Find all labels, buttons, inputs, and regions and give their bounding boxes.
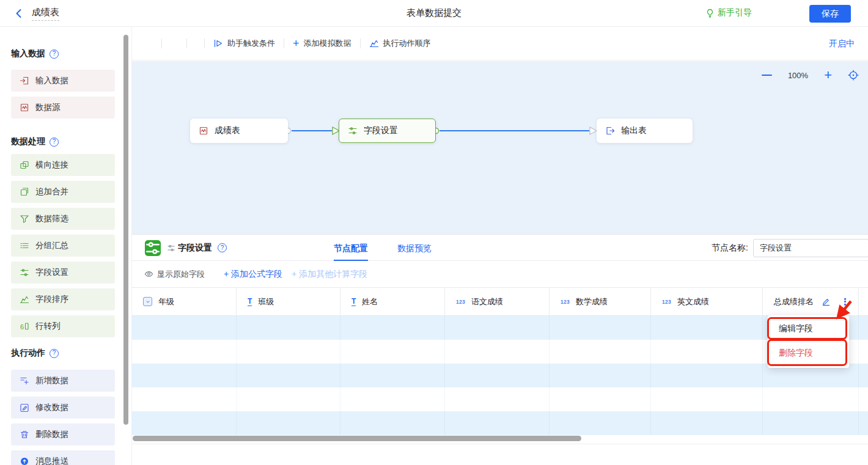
zoom-out-icon[interactable] [762,75,772,76]
node-name-input[interactable] [753,239,868,257]
table-cell[interactable] [859,387,868,411]
sidebar-scrollbar[interactable] [123,35,128,425]
column-header[interactable]: 123语文成绩 [445,288,550,315]
beginner-guide-button[interactable]: 新手引导 [705,7,752,18]
sidebar-item-data-source[interactable]: 数据源 [11,97,115,119]
sidebar-item-data-filter[interactable]: 数据筛选 [11,208,115,230]
flow-toolbar: 助手触发条件 + 添加模拟数据 执行动作顺序 开启中 [132,27,868,60]
add-data-icon [20,376,29,386]
table-cell[interactable] [651,387,763,411]
table-cell[interactable] [859,411,868,435]
assistant-trigger-button[interactable]: 助手触发条件 [213,38,275,49]
target-icon[interactable] [848,70,859,81]
table-cell[interactable] [445,387,550,411]
column-header[interactable]: T班级 [237,288,340,315]
node-field-settings[interactable]: 字段设置 [339,119,436,143]
column-header[interactable]: 123 [859,288,868,315]
add-formula-field-button[interactable]: + 添加公式字段 [224,269,282,280]
sidebar-item-delete-data[interactable]: 删除数据 [11,423,115,445]
table-cell[interactable] [132,387,237,411]
table-cell[interactable] [651,316,763,340]
column-label: 语文成绩 [471,296,503,307]
sidebar-item-add-data[interactable]: 新增数据 [11,370,115,392]
column-menu-icon[interactable]: ⋮ [840,297,850,306]
save-button[interactable]: 保存 [809,5,851,23]
table-cell[interactable] [550,316,651,340]
sidebar-item-group-summary[interactable]: 分组汇总 [11,235,115,257]
table-cell[interactable] [132,411,237,435]
table-cell[interactable] [340,340,445,364]
play-bar-icon [213,38,223,48]
column-header[interactable]: 123数学成绩 [550,288,651,315]
panel-bottom-border [131,444,868,444]
add-other-calc-field-button[interactable]: + 添加其他计算字段 [292,269,367,280]
action-order-button[interactable]: 执行动作顺序 [369,38,431,49]
sidebar-item-horizontal-join[interactable]: 横向连接 [11,154,115,176]
table-cell[interactable] [550,411,651,435]
tab-node-config[interactable]: 节点配置 [334,235,368,262]
sidebar-item-message-push[interactable]: 消息推送 [11,450,115,465]
table-cell[interactable] [651,364,763,387]
help-icon[interactable]: ? [50,137,59,147]
table-cell[interactable] [445,340,550,364]
table-cell[interactable] [550,364,651,387]
sidebar-item-append-merge[interactable]: 追加合并 [11,181,115,203]
group-summary-icon [20,241,29,251]
table-row [132,340,868,364]
column-label: 年级 [158,296,174,307]
table-cell[interactable] [237,411,340,435]
menu-item-delete-field[interactable]: 删除字段 [768,340,849,366]
flow-canvas[interactable]: 100% + 成绩表 字段设置 输出表 [132,61,868,234]
table-cell[interactable] [237,316,340,340]
table-cell[interactable] [859,340,868,364]
table-cell[interactable] [445,411,550,435]
column-header[interactable]: 年级 [132,288,237,315]
table-cell[interactable] [550,340,651,364]
edit-column-icon[interactable] [822,297,831,306]
help-icon[interactable]: ? [50,49,59,59]
column-header[interactable]: T姓名 [340,288,445,315]
sidebar-item-row-to-column[interactable]: 6 行转列 [11,315,115,337]
divider [284,38,284,48]
table-cell[interactable] [763,411,859,435]
table-cell[interactable] [132,316,237,340]
zoom-in-icon[interactable]: + [824,70,832,81]
top-bar: 成绩表 表单数据提交 新手引导 保存 [0,0,868,27]
table-cell[interactable] [445,364,550,387]
node-grade-table[interactable]: 成绩表 [190,119,288,143]
table-cell[interactable] [340,387,445,411]
table-cell[interactable] [237,340,340,364]
table-cell[interactable] [340,364,445,387]
horizontal-scrollbar[interactable] [133,436,581,441]
sidebar-item-input-data[interactable]: 输入数据 [11,70,115,92]
table-cell[interactable] [340,411,445,435]
table-cell[interactable] [550,387,651,411]
table-cell[interactable] [237,364,340,387]
table-cell[interactable] [859,316,868,340]
back-icon[interactable] [13,8,24,19]
menu-item-edit-field[interactable]: 编辑字段 [768,317,849,340]
add-mock-data-button[interactable]: + 添加模拟数据 [293,38,351,49]
table-cell[interactable] [237,387,340,411]
help-icon[interactable]: ? [50,349,59,358]
table-cell[interactable] [651,411,763,435]
help-icon[interactable]: ? [218,243,227,252]
sidebar-item-field-settings[interactable]: 字段设置 [11,262,115,284]
table-cell[interactable] [763,387,859,411]
table-cell[interactable] [859,364,868,387]
node-output-table[interactable]: 输出表 [597,119,693,143]
status-toggle[interactable]: 开启中 [829,38,855,49]
sidebar-item-edit-data[interactable]: 修改数据 [11,397,115,419]
document-title[interactable]: 成绩表 [32,7,59,21]
table-cell[interactable] [445,316,550,340]
tab-data-preview[interactable]: 数据预览 [397,235,432,262]
table-cell[interactable] [132,364,237,387]
column-header[interactable]: 总成绩排名⋮ [763,288,859,315]
column-header[interactable]: 123英文成绩 [651,288,763,315]
table-cell[interactable] [651,340,763,364]
table-cell[interactable] [132,340,237,364]
section-title-data-process: 数据处理 ? [11,136,123,148]
sidebar-item-field-sort[interactable]: 字段排序 [11,288,115,310]
table-cell[interactable] [340,316,445,340]
show-original-fields-toggle[interactable]: 显示原始字段 [144,269,205,280]
